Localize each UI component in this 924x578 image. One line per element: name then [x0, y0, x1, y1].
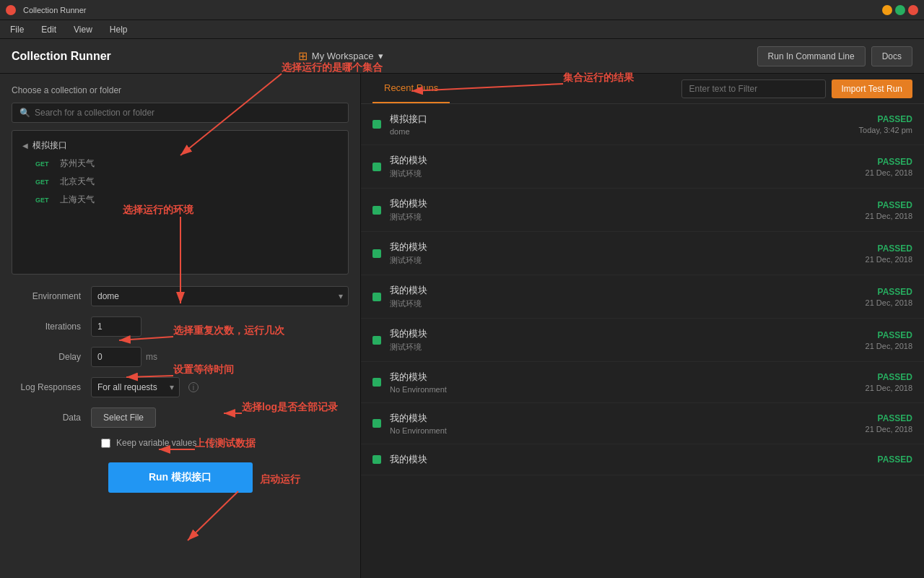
table-row[interactable]: 我的模块 测试环境 PASSED 21 Dec, 2018: [361, 275, 924, 319]
run-status: PASSED: [866, 372, 912, 382]
environment-select[interactable]: dome test prod: [91, 286, 349, 306]
iterations-input[interactable]: [91, 316, 141, 337]
config-section: Environment dome test prod ▾ Iterations: [12, 286, 349, 462]
tab-recent-runs[interactable]: Recent Runs: [372, 74, 450, 103]
data-label: Data: [12, 413, 91, 423]
method-badge: GET: [35, 178, 56, 186]
select-file-button[interactable]: Select File: [91, 407, 156, 428]
item-name: 苏州天气: [60, 158, 95, 170]
run-result: PASSED: [878, 454, 912, 465]
left-panel: Choose a collection or folder 🔍 ◀ 模拟接口 G…: [0, 74, 361, 578]
run-button[interactable]: Run 模拟接口: [108, 462, 253, 493]
maximize-button[interactable]: [895, 5, 905, 15]
table-row[interactable]: 我的模块 测试环境 PASSED 21 Dec, 2018: [361, 145, 924, 189]
run-name: 模拟接口: [390, 113, 850, 126]
run-env: 测试环境: [390, 298, 857, 309]
list-item[interactable]: GET 苏州天气: [18, 155, 342, 173]
run-command-line-button[interactable]: Run In Command Line: [757, 46, 866, 66]
app-header: Collection Runner ⊞ My Workspace ▾ Run I…: [0, 39, 924, 74]
run-result: PASSED 21 Dec, 2018: [866, 200, 912, 220]
run-result: PASSED 21 Dec, 2018: [866, 330, 912, 350]
keep-var-info-icon[interactable]: i: [206, 438, 217, 448]
run-result: PASSED Today, 3:42 pm: [859, 114, 912, 134]
filter-input[interactable]: [681, 79, 826, 98]
table-row[interactable]: 我的模块 No Environment PASSED 21 Dec, 2018: [361, 362, 924, 403]
collection-list: ◀ 模拟接口 GET 苏州天气 GET 北京天气 GET 上海天气: [12, 130, 349, 275]
search-box[interactable]: 🔍: [12, 103, 349, 123]
run-status: PASSED: [878, 454, 912, 465]
item-name: 上海天气: [60, 194, 95, 206]
table-row[interactable]: 模拟接口 dome PASSED Today, 3:42 pm: [361, 104, 924, 145]
table-row[interactable]: 我的模块 PASSED: [361, 444, 924, 475]
log-info-icon[interactable]: i: [188, 382, 199, 392]
table-row[interactable]: 我的模块 测试环境 PASSED 21 Dec, 2018: [361, 319, 924, 362]
keep-var-checkbox[interactable]: [101, 439, 110, 448]
status-dot: [372, 336, 381, 345]
run-info: 我的模块 测试环境: [390, 241, 857, 266]
log-select-wrapper: For all requests On error None ▾: [91, 377, 180, 397]
import-test-run-button[interactable]: Import Test Run: [832, 79, 912, 98]
status-dot: [372, 163, 381, 171]
log-select[interactable]: For all requests On error None: [91, 377, 180, 397]
title-bar: Collection Runner: [0, 0, 924, 20]
run-date: 21 Dec, 2018: [866, 212, 912, 220]
window-controls[interactable]: [882, 5, 918, 15]
run-date: 21 Dec, 2018: [866, 384, 912, 392]
menu-help[interactable]: Help: [107, 23, 131, 36]
table-row[interactable]: 我的模块 测试环境 PASSED 21 Dec, 2018: [361, 232, 924, 275]
menu-edit[interactable]: Edit: [38, 23, 59, 36]
right-panel: Recent Runs Import Test Run 模拟接口 dome PA…: [361, 74, 924, 578]
run-date: Today, 3:42 pm: [859, 126, 912, 134]
menu-view[interactable]: View: [71, 23, 95, 36]
run-env: No Environment: [390, 426, 857, 435]
run-name: 我的模块: [390, 241, 857, 254]
title-bar-title: Collection Runner: [23, 6, 86, 14]
runs-list: 模拟接口 dome PASSED Today, 3:42 pm 我的模块 测试环…: [361, 104, 924, 578]
table-row[interactable]: 我的模块 No Environment PASSED 21 Dec, 2018: [361, 403, 924, 444]
run-name: 我的模块: [390, 453, 869, 466]
keep-var-label: Keep variable values: [116, 438, 196, 448]
right-header: Recent Runs Import Test Run: [361, 74, 924, 104]
log-label: Log Responses: [12, 382, 91, 392]
search-input[interactable]: [35, 108, 341, 118]
delay-input[interactable]: [91, 347, 141, 367]
run-date: 21 Dec, 2018: [866, 425, 912, 434]
run-result: PASSED 21 Dec, 2018: [866, 157, 912, 177]
header-actions: Run In Command Line Docs: [757, 46, 912, 66]
run-info: 我的模块 测试环境: [390, 327, 857, 353]
status-dot: [372, 206, 381, 215]
main-layout: Choose a collection or folder 🔍 ◀ 模拟接口 G…: [0, 74, 924, 578]
menu-file[interactable]: File: [7, 23, 27, 36]
run-name: 我的模块: [390, 154, 857, 167]
run-env: No Environment: [390, 385, 857, 394]
run-name: 我的模块: [390, 327, 857, 340]
run-status: PASSED: [866, 157, 912, 167]
delay-label: Delay: [12, 352, 91, 362]
run-info: 我的模块 No Environment: [390, 412, 857, 435]
item-name: 北京天气: [60, 176, 95, 188]
environment-row: Environment dome test prod ▾: [12, 286, 349, 306]
iterations-label: Iterations: [12, 322, 91, 332]
status-dot: [372, 120, 381, 129]
run-env: dome: [390, 127, 850, 136]
minimize-button[interactable]: [882, 5, 892, 15]
log-responses-row: Log Responses For all requests On error …: [12, 377, 349, 397]
run-status: PASSED: [866, 287, 912, 297]
table-row[interactable]: 我的模块 测试环境 PASSED 21 Dec, 2018: [361, 189, 924, 232]
run-env: 测试环境: [390, 212, 857, 223]
run-status: PASSED: [859, 114, 912, 124]
iterations-row: Iterations: [12, 316, 349, 337]
close-button[interactable]: [908, 5, 918, 15]
app-title: Collection Runner: [12, 50, 111, 63]
list-item[interactable]: GET 上海天气: [18, 191, 342, 209]
workspace-selector[interactable]: ⊞ My Workspace ▾: [298, 49, 383, 63]
collection-folder[interactable]: ◀ 模拟接口: [18, 137, 342, 155]
run-date: 21 Dec, 2018: [866, 342, 912, 350]
run-env: 测试环境: [390, 168, 857, 179]
docs-button[interactable]: Docs: [871, 46, 912, 66]
run-result: PASSED 21 Dec, 2018: [866, 243, 912, 264]
run-info: 我的模块 测试环境: [390, 197, 857, 223]
list-item[interactable]: GET 北京天气: [18, 173, 342, 191]
log-wrapper: For all requests On error None ▾ i: [91, 377, 349, 397]
run-status: PASSED: [866, 413, 912, 423]
